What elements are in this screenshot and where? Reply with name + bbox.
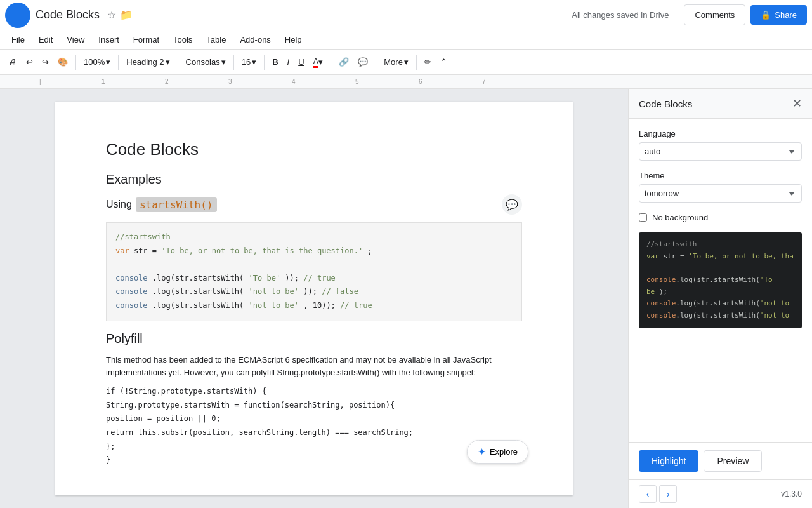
menu-format[interactable]: Format (127, 32, 166, 47)
panel-code-preview: //startswith var str = 'To be, or not to… (639, 232, 802, 328)
panel-buttons: Highlight Preview (629, 442, 812, 479)
menu-addons[interactable]: Add-ons (233, 32, 277, 47)
code-log-3: .log(str.startsWith( (152, 301, 244, 310)
paint-format-button[interactable]: 🎨 (54, 55, 72, 69)
code-var-keyword: var (115, 246, 129, 255)
more-select[interactable]: More ▾ (380, 55, 412, 69)
code-close-2: )); (303, 287, 322, 296)
divider-2 (118, 55, 119, 70)
document-page: Code Blocks Examples Using startsWith() … (55, 102, 573, 495)
font-size-value: 16 (242, 57, 251, 67)
right-panel: Code Blocks ✕ Language auto javascript p… (628, 89, 812, 508)
star-icon[interactable]: ☆ (107, 9, 116, 21)
pen-button[interactable]: ✏ (421, 55, 435, 69)
code-semicolon-1: ; (367, 246, 372, 255)
divider-8 (416, 55, 417, 70)
link-button[interactable]: 🔗 (335, 55, 353, 69)
code-console-1: console (115, 274, 148, 283)
no-background-row: No background (639, 213, 802, 222)
zoom-arrow-icon: ▾ (106, 57, 110, 67)
panel-navigation: ‹ › (639, 485, 677, 503)
code-console-3: console (115, 301, 148, 310)
startswith-code: startsWith() (136, 197, 217, 212)
menu-table[interactable]: Table (200, 32, 232, 47)
document-area[interactable]: Code Blocks Examples Using startsWith() … (0, 89, 628, 508)
folder-icon[interactable]: 📁 (120, 9, 133, 21)
code-true-1: // true (303, 274, 336, 283)
polyfill-heading: Polyfill (106, 331, 522, 346)
code-comment-1: //startswith (115, 232, 171, 241)
heading-value: Heading 2 (126, 57, 164, 67)
code-true-2: // true (340, 301, 372, 310)
theme-select[interactable]: tomorrow default monokai github (639, 184, 802, 203)
more-arrow-icon: ▾ (404, 57, 409, 67)
zoom-value: 100% (84, 57, 105, 67)
menu-tools[interactable]: Tools (167, 32, 199, 47)
ruler: | 1 2 3 4 5 6 7 (0, 75, 812, 89)
code-close-3: , 10)); (303, 301, 340, 310)
zoom-select[interactable]: 100% ▾ (80, 55, 114, 69)
heading-arrow-icon: ▾ (166, 57, 170, 67)
heading-select[interactable]: Heading 2 ▾ (122, 55, 173, 69)
comment-button[interactable]: 💬 (354, 55, 372, 69)
language-label: Language (639, 129, 802, 138)
toolbar: 🖨 ↩ ↪ 🎨 100% ▾ Heading 2 ▾ Consolas ▾ 16… (0, 50, 812, 75)
undo-button[interactable]: ↩ (22, 55, 37, 69)
document-heading: Code Blocks (106, 140, 522, 159)
code-notobe-str-2: 'not to be' (249, 301, 299, 310)
code-log-1: .log(str.startsWith( (152, 274, 244, 283)
theme-label: Theme (639, 171, 802, 180)
panel-body: Language auto javascript python css html… (629, 119, 812, 442)
font-value: Consolas (186, 57, 220, 67)
no-background-label[interactable]: No background (652, 213, 708, 222)
explore-label: Explore (490, 447, 518, 457)
preview-button[interactable]: Preview (704, 450, 762, 472)
bold-button[interactable]: B (268, 55, 282, 69)
polyfill-code: if (!String.prototype.startsWith) { Stri… (106, 385, 522, 467)
menu-view[interactable]: View (60, 32, 91, 47)
italic-button[interactable]: I (284, 55, 294, 69)
menu-help[interactable]: Help (278, 32, 308, 47)
main-layout: Code Blocks Examples Using startsWith() … (0, 89, 812, 508)
print-button[interactable]: 🖨 (5, 55, 21, 69)
share-label: Share (775, 10, 797, 20)
comments-button[interactable]: Comments (684, 4, 745, 25)
comment-icon[interactable]: 💬 (502, 194, 522, 215)
lock-icon: 🔒 (761, 10, 771, 20)
language-select[interactable]: auto javascript python css html (639, 142, 802, 161)
title-icons: ☆ 📁 (107, 9, 133, 21)
font-color-label: A (313, 57, 319, 68)
panel-footer: ‹ › v1.3.0 (629, 479, 812, 508)
menu-bar: File Edit View Insert Format Tools Table… (0, 30, 812, 50)
divider-3 (178, 55, 178, 70)
no-background-checkbox[interactable] (639, 213, 647, 222)
more-label: More (384, 57, 403, 67)
redo-button[interactable]: ↪ (38, 55, 53, 69)
nav-left-button[interactable]: ‹ (639, 485, 657, 503)
font-size-arrow-icon: ▾ (252, 57, 256, 67)
divider-7 (376, 55, 376, 70)
explore-button[interactable]: ✦ Explore (467, 440, 528, 464)
font-select[interactable]: Consolas ▾ (182, 55, 230, 69)
using-line: Using startsWith() 💬 (106, 194, 522, 215)
polyfill-text: This method has been added to the ECMASc… (106, 354, 522, 380)
code-false-1: // false (322, 287, 358, 296)
menu-edit[interactable]: Edit (32, 32, 59, 47)
menu-file[interactable]: File (5, 32, 31, 47)
collapse-button[interactable]: ⌃ (436, 55, 451, 69)
version-label: v1.3.0 (781, 490, 802, 498)
panel-title: Code Blocks (639, 98, 692, 109)
menu-insert[interactable]: Insert (92, 32, 126, 47)
nav-right-button[interactable]: › (659, 485, 677, 503)
underline-button[interactable]: U (294, 55, 308, 69)
font-color-button[interactable]: A ▾ (310, 54, 327, 70)
code-notobe-str: 'not to be' (249, 287, 299, 296)
panel-close-button[interactable]: ✕ (792, 97, 802, 110)
hamburger-button[interactable] (5, 3, 30, 28)
code-str-decl: str = (134, 246, 161, 255)
code-close-1: )); (285, 274, 303, 283)
highlight-button[interactable]: Highlight (639, 450, 698, 472)
share-button[interactable]: 🔒 Share (750, 5, 807, 25)
font-size-select[interactable]: 16 ▾ (238, 55, 260, 69)
code-block: //startswith var str = 'To be, or not to… (106, 222, 522, 321)
